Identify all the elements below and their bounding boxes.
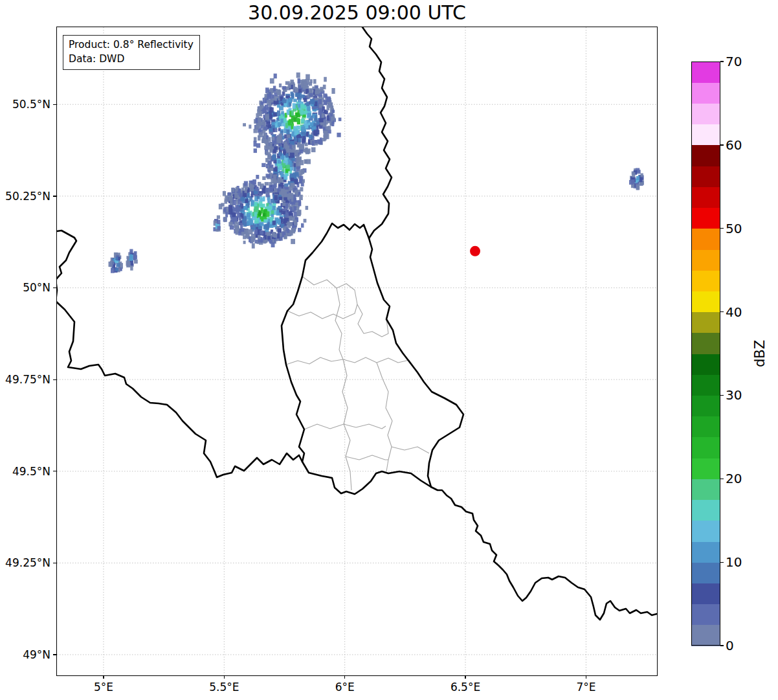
axis-tickmark <box>465 675 465 679</box>
axis-tickmark <box>586 675 586 679</box>
lat-tick-label: 49.5°N <box>1 464 50 477</box>
axis-tickmark <box>53 654 56 655</box>
colorbar-tickmark <box>720 562 724 563</box>
colorbar-unit-label: dBZ <box>752 334 768 373</box>
colorbar-tick-label: 20 <box>726 471 742 486</box>
lat-tick-label: 50.5°N <box>1 98 50 111</box>
colorbar-outline <box>691 62 720 646</box>
radar-map-figure: 30.09.2025 09:00 UTC Product: 0.8° Refle… <box>0 0 778 700</box>
colorbar-tickmark <box>720 228 724 229</box>
lon-tick-label: 5°E <box>94 681 113 694</box>
axis-tickmark <box>344 675 345 679</box>
lon-tick-label: 7°E <box>576 681 595 694</box>
colorbar-tick-label: 70 <box>726 54 742 69</box>
colorbar-tick-label: 10 <box>726 554 742 570</box>
product-info-box: Product: 0.8° Reflectivity Data: DWD <box>63 35 200 70</box>
lon-tick-label: 6.5°E <box>450 681 480 694</box>
axis-tickmark <box>53 379 56 380</box>
lon-tick-label: 6°E <box>335 681 355 694</box>
lat-tick-label: 49.75°N <box>1 373 50 386</box>
axis-tickmark <box>224 675 225 679</box>
axis-tickmark <box>103 675 104 679</box>
colorbar-tick-label: 60 <box>726 137 742 153</box>
country-borders <box>57 27 657 620</box>
axis-tickmark <box>53 104 56 105</box>
colorbar-tickmark <box>720 61 724 62</box>
lat-tick-label: 49°N <box>1 648 50 661</box>
radar-site-marker <box>470 246 480 256</box>
lat-tick-label: 49.25°N <box>1 556 50 569</box>
colorbar-tickmark <box>720 144 724 145</box>
radar-echoes <box>109 73 645 273</box>
data-source-line: Data: DWD <box>69 52 194 66</box>
colorbar-tickmark <box>720 395 724 396</box>
colorbar-tick-label: 0 <box>726 638 734 653</box>
axis-tickmark <box>53 471 56 471</box>
canton-borders <box>286 277 429 490</box>
colorbar-tickmark <box>720 645 724 646</box>
lon-tick-label: 5.5°E <box>209 681 239 694</box>
axis-tickmark <box>53 563 56 563</box>
map-canvas <box>57 27 657 675</box>
colorbar-tick-label: 40 <box>726 304 742 320</box>
figure-title: 30.09.2025 09:00 UTC <box>57 1 657 24</box>
axis-tickmark <box>53 288 56 288</box>
product-line: Product: 0.8° Reflectivity <box>69 38 194 52</box>
colorbar-tickmark <box>720 479 724 479</box>
lat-tick-label: 50.25°N <box>1 189 50 202</box>
lat-tick-label: 50°N <box>1 281 50 294</box>
colorbar-tick-label: 30 <box>726 387 742 403</box>
axis-tickmark <box>53 196 56 196</box>
colorbar-tick-label: 50 <box>726 221 742 236</box>
colorbar-tickmark <box>720 311 724 312</box>
